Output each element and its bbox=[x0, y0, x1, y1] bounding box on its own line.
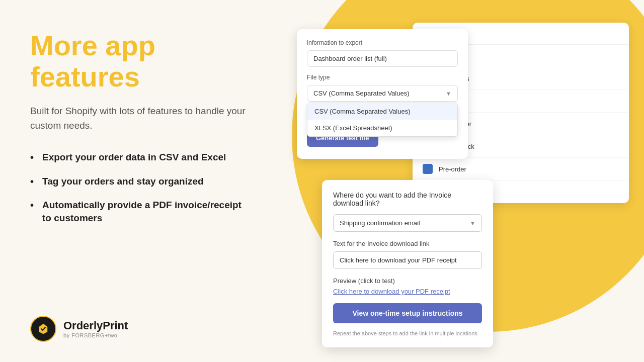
export-card: Information to export Dashboard order li… bbox=[297, 29, 468, 159]
list-item: Export your order data in CSV and Excel bbox=[30, 151, 252, 164]
tag-row: Pre-order bbox=[413, 158, 629, 180]
dropdown-trigger[interactable]: CSV (Comma Separated Values) ▼ bbox=[307, 85, 458, 102]
tag-name-preorder: Pre-order bbox=[439, 165, 466, 173]
repeat-text: Repeat the above steps to add the link i… bbox=[333, 330, 482, 336]
features-list: Export your order data in CSV and Excel … bbox=[30, 151, 252, 225]
dropdown-item[interactable]: XLSX (Excel Spreadsheet) bbox=[307, 120, 457, 136]
invoice-card: Where do you want to add the Invoice dow… bbox=[322, 180, 493, 347]
setup-instructions-button[interactable]: View one-time setup instructions bbox=[333, 303, 482, 323]
info-label: Information to export bbox=[307, 39, 458, 46]
preview-label: Preview (click to test) bbox=[333, 277, 482, 285]
logo-text-block: OrderlyPrint by FORSBERG+two bbox=[63, 319, 128, 338]
invoice-question: Where do you want to add the Invoice dow… bbox=[333, 191, 482, 207]
file-type-value: CSV (Comma Separated Values) bbox=[313, 89, 410, 97]
dropdown-menu: CSV (Comma Separated Values) XLSX (Excel… bbox=[307, 103, 458, 137]
logo-icon bbox=[30, 316, 56, 342]
left-panel: More app features Built for Shopify with… bbox=[0, 0, 282, 362]
chevron-down-icon: ▼ bbox=[470, 220, 475, 226]
invoice-select[interactable]: Shipping confirmation email ▼ bbox=[333, 214, 482, 232]
right-panel: Information to export Dashboard order li… bbox=[282, 0, 644, 362]
headline: More app features bbox=[30, 30, 252, 92]
file-type-label: File type bbox=[307, 74, 458, 81]
list-item: Automatically provide a PDF invoice/rece… bbox=[30, 199, 252, 224]
chevron-down-icon: ▼ bbox=[446, 90, 451, 97]
logo-name: OrderlyPrint bbox=[63, 319, 128, 332]
text-field-label: Text for the Invoice download link bbox=[333, 240, 482, 247]
invoice-text-input[interactable] bbox=[333, 251, 482, 269]
tag-color-preorder bbox=[423, 164, 433, 174]
info-select[interactable]: Dashboard order list (full) bbox=[307, 50, 458, 67]
file-type-dropdown[interactable]: CSV (Comma Separated Values) ▼ CSV (Comm… bbox=[307, 85, 458, 102]
main-content: More app features Built for Shopify with… bbox=[30, 30, 252, 236]
dropdown-item[interactable]: CSV (Comma Separated Values) bbox=[307, 103, 457, 120]
subtitle: Built for Shopify with lots of features … bbox=[30, 104, 252, 133]
list-item: Tag your orders and stay organized bbox=[30, 175, 252, 188]
info-select-value: Dashboard order list (full) bbox=[313, 55, 387, 62]
logo-area: OrderlyPrint by FORSBERG+two bbox=[30, 316, 252, 342]
logo-sub: by FORSBERG+two bbox=[63, 332, 128, 338]
preview-link[interactable]: Click here to download your PDF receipt bbox=[333, 288, 482, 295]
invoice-select-value: Shipping confirmation email bbox=[340, 219, 420, 227]
